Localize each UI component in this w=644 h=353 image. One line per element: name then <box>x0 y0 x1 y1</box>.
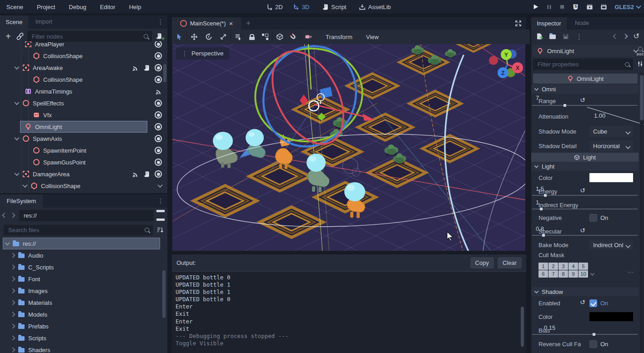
range-slider[interactable]: 7 <box>531 94 639 108</box>
split-mode-button[interactable] <box>156 210 165 221</box>
add-node-button[interactable]: + <box>4 31 13 42</box>
chevron-down-icon[interactable] <box>590 271 595 276</box>
menu-debug[interactable]: Debug <box>67 4 88 10</box>
collapse-arrow-icon[interactable] <box>5 240 10 245</box>
section-shadow[interactable]: Shadow <box>531 287 639 296</box>
clear-button[interactable]: Clear <box>498 257 522 268</box>
scene-tree-scrollbar[interactable] <box>163 64 166 82</box>
visibility-toggle[interactable] <box>155 147 162 154</box>
new-resource-button[interactable] <box>536 33 543 40</box>
cull-mask-7[interactable]: 7 <box>548 270 558 278</box>
play-custom-scene-button[interactable] <box>600 4 607 10</box>
filter-nodes-input[interactable] <box>27 31 152 42</box>
tab-mainscene[interactable]: MainScene(*) × <box>172 17 241 30</box>
folder-row-models[interactable]: Models <box>0 308 167 320</box>
tree-row-collisionshape-1[interactable]: CollisionShape <box>0 50 167 62</box>
cull-mask-4[interactable]: 4 <box>569 263 578 270</box>
section-omni[interactable]: Omni <box>531 85 639 94</box>
path-field[interactable] <box>23 212 150 219</box>
folder-row-shaders[interactable]: Shaders <box>0 344 167 353</box>
path-input[interactable] <box>19 210 154 221</box>
cull-mask-5[interactable]: 5 <box>579 263 588 270</box>
transform-menu[interactable]: Transform <box>324 34 354 40</box>
tree-row-collisionshape-2[interactable]: CollisionShape <box>0 74 167 85</box>
folder-row-materials[interactable]: Materials <box>0 297 167 308</box>
snap-toggle[interactable] <box>290 33 297 40</box>
open-docs-button[interactable]: DOC <box>637 46 644 56</box>
energy-slider[interactable]: 1.5 <box>531 184 639 198</box>
filter-properties-field[interactable] <box>537 60 625 68</box>
tree-row-omnilight[interactable]: OmniLight <box>0 121 167 133</box>
bake-mode-dropdown[interactable]: Indirect Onl <box>589 240 633 249</box>
inspector-scrollbar[interactable] <box>640 75 644 120</box>
menu-help[interactable]: Help <box>127 4 143 10</box>
dock-menu-icon[interactable]: ⋮ <box>157 198 164 204</box>
folder-row-cscripts[interactable]: C_Scripts <box>0 261 167 273</box>
bias-slider[interactable]: 0.15 <box>531 323 639 337</box>
perspective-menu[interactable]: ⋮ Perspective <box>176 47 229 60</box>
expand-arrow-icon[interactable] <box>10 323 15 328</box>
axis-x-label[interactable]: X <box>516 65 519 71</box>
folder-row-font[interactable]: Font <box>0 273 167 285</box>
resource-menu-icon[interactable]: ⋮ <box>576 33 583 40</box>
light-color-swatch[interactable] <box>589 173 633 182</box>
filter-nodes-field[interactable] <box>31 33 144 40</box>
shadow-color-swatch[interactable] <box>589 312 633 321</box>
list-select-tool[interactable] <box>235 33 242 40</box>
local-space-toggle[interactable] <box>276 33 283 40</box>
filesystem-scrollbar[interactable] <box>162 270 166 318</box>
reverse-cull-checkbox[interactable] <box>589 340 597 348</box>
script-icon[interactable] <box>143 171 150 178</box>
filter-properties-input[interactable] <box>533 59 633 70</box>
tree-row-damagerarea[interactable]: DamagerArea <box>0 168 167 180</box>
attach-script-button[interactable]: + <box>156 33 164 40</box>
mode-script-button[interactable]: Script <box>322 4 346 10</box>
shadow-mode-dropdown[interactable]: Cube <box>589 126 633 137</box>
visibility-toggle[interactable] <box>155 99 162 107</box>
play-scene-button[interactable] <box>586 4 593 10</box>
folder-row-audio[interactable]: Audio <box>0 249 167 261</box>
visibility-toggle[interactable] <box>155 64 162 71</box>
play-html5-button[interactable]: 5 <box>572 4 579 10</box>
negative-checkbox[interactable] <box>589 214 597 222</box>
indirect-energy-slider[interactable]: 1 <box>531 198 639 212</box>
menu-editor[interactable]: Editor <box>98 4 117 10</box>
view-menu[interactable]: View <box>364 34 381 40</box>
expand-arrow-icon[interactable] <box>10 312 15 317</box>
cull-mask-more-button[interactable]: ... <box>628 267 634 274</box>
tab-scene[interactable]: Scene <box>0 15 28 29</box>
menu-project[interactable]: Project <box>35 4 57 10</box>
folder-row-images[interactable]: Images <box>0 285 167 297</box>
cull-mask-8[interactable]: 8 <box>558 270 568 278</box>
cull-mask-10[interactable]: 10 <box>579 270 588 278</box>
dock-menu-icon[interactable]: ⋮ <box>157 19 164 25</box>
stop-button[interactable] <box>559 4 565 10</box>
property-tools-icon[interactable] <box>637 60 644 67</box>
section-light[interactable]: Light <box>531 162 639 171</box>
camera-override-toggle[interactable] <box>305 33 312 40</box>
mode-assetlib-button[interactable]: AssetLib <box>359 4 391 10</box>
search-files-input[interactable] <box>4 225 153 235</box>
tree-row-spawnaxis[interactable]: SpawnAxis <box>0 133 167 144</box>
shadow-enabled-checkbox[interactable] <box>589 299 597 307</box>
history-forward-button[interactable] <box>623 34 628 39</box>
expand-arrow-icon[interactable] <box>10 347 15 352</box>
object-selector-dropdown[interactable]: OmniLight <box>533 45 641 57</box>
script-icon[interactable] <box>143 65 150 71</box>
cull-mask-1[interactable]: 1 <box>538 263 548 270</box>
tree-row-collisionshape-3[interactable]: CollisionShape <box>0 180 167 192</box>
tree-row-spelleffects[interactable]: SpellEffects <box>0 97 167 109</box>
shadow-detail-dropdown[interactable]: Horizontal <box>589 140 633 151</box>
visibility-toggle[interactable] <box>155 41 162 48</box>
sort-files-icon[interactable] <box>156 226 164 234</box>
attenuation-curve[interactable]: 1.00 <box>589 110 633 122</box>
tree-row-spawnitempoint[interactable]: SpawnItemPoint <box>0 144 167 156</box>
rotate-tool[interactable] <box>205 33 212 40</box>
visibility-toggle[interactable] <box>155 123 162 130</box>
pause-button[interactable] <box>546 4 552 10</box>
tree-row-areaawake[interactable]: AreaAwake <box>0 62 167 74</box>
cull-mask-9[interactable]: 9 <box>569 270 578 278</box>
search-files-field[interactable] <box>7 226 145 234</box>
load-resource-button[interactable] <box>549 35 556 39</box>
group-button[interactable] <box>262 34 268 40</box>
